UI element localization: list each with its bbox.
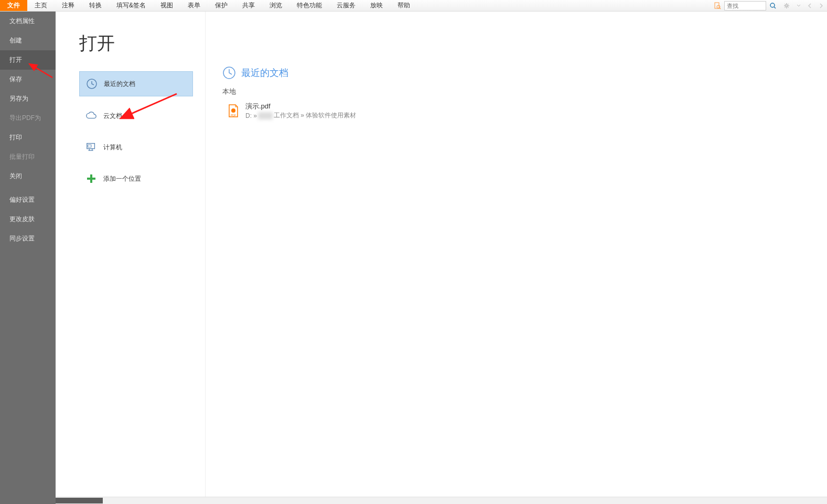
menu-tab-label: 填写&签名 xyxy=(116,1,146,10)
menu-tab-label: 放映 xyxy=(370,1,383,10)
svg-text:PDF: PDF xyxy=(231,114,236,117)
nav-next-icon[interactable] xyxy=(815,0,827,11)
file-meta: 演示.pdf D: » xxxx 工作文档 » 体验软件使用素材 xyxy=(245,102,356,120)
open-panel-title: 打开 xyxy=(56,22,205,71)
menu-tab-file[interactable]: 文件 xyxy=(0,0,27,11)
settings-gear-icon[interactable] xyxy=(780,0,793,11)
source-computer[interactable]: 计算机 xyxy=(79,135,193,159)
pdf-file-icon: PDF xyxy=(228,104,239,118)
sidebar-item-label: 导出PDF为 xyxy=(9,114,41,122)
menu-tab-fillsign[interactable]: 填写&签名 xyxy=(109,0,153,11)
source-recent[interactable]: 最近的文档 xyxy=(79,71,193,96)
sidebar-item-batchprint: 批量打印 xyxy=(0,147,56,167)
find-page-icon[interactable] xyxy=(711,0,724,11)
menu-tab-form[interactable]: 表单 xyxy=(180,0,208,11)
plus-icon xyxy=(85,173,97,184)
menu-tab-label: 注释 xyxy=(62,1,74,10)
sidebar-item-label: 打印 xyxy=(9,134,22,141)
source-label: 最近的文档 xyxy=(104,80,135,89)
menubar: 文件 主页 注释 转换 填写&签名 视图 表单 保护 共享 浏览 特色功能 云服… xyxy=(0,0,827,12)
file-path-prefix: D: » xyxy=(245,112,257,119)
sidebar-item-label: 文档属性 xyxy=(9,17,35,25)
computer-icon xyxy=(85,141,97,153)
sidebar-item-label: 偏好设置 xyxy=(9,196,35,203)
sidebar-item-close[interactable]: 关闭 xyxy=(0,167,56,186)
menu-tab-convert[interactable]: 转换 xyxy=(82,0,109,11)
menu-tab-label: 浏览 xyxy=(270,1,282,10)
app-body: 文档属性 创建 打开 保存 另存为 导出PDF为 打印 批量打印 关闭 偏好设置… xyxy=(0,12,827,504)
sidebar-item-skin[interactable]: 更改皮肤 xyxy=(0,210,56,229)
open-panel: 打开 最近的文档 云文档 xyxy=(56,12,205,504)
svg-line-2 xyxy=(719,8,721,9)
horizontal-scrollbar[interactable] xyxy=(56,497,827,504)
menu-tab-label: 云服务 xyxy=(337,1,356,10)
menu-tab-label: 主页 xyxy=(35,1,47,10)
sidebar-item-label: 同步设置 xyxy=(9,235,35,242)
scroll-thumb[interactable] xyxy=(56,498,103,503)
menu-tab-home[interactable]: 主页 xyxy=(27,0,55,11)
menu-tab-help[interactable]: 帮助 xyxy=(390,0,417,11)
sidebar-gap xyxy=(0,186,56,190)
menu-tab-share[interactable]: 共享 xyxy=(235,0,262,11)
source-label: 计算机 xyxy=(103,143,122,152)
cloud-icon xyxy=(85,110,97,122)
sidebar-item-label: 打开 xyxy=(9,56,22,63)
file-path-redacted: xxxx xyxy=(258,112,273,119)
file-name: 演示.pdf xyxy=(245,102,356,111)
menu-tab-label: 视图 xyxy=(160,1,173,10)
sidebar-item-label: 关闭 xyxy=(9,172,22,180)
search-go-icon[interactable] xyxy=(766,0,780,11)
sidebar-item-label: 保存 xyxy=(9,75,22,83)
clock-icon xyxy=(86,78,98,90)
menu-tab-label: 特色功能 xyxy=(297,1,322,10)
sidebar-item-label: 创建 xyxy=(9,37,22,44)
menu-tab-label: 保护 xyxy=(215,1,228,10)
menubar-spacer xyxy=(417,0,711,11)
menu-tab-view[interactable]: 视图 xyxy=(153,0,180,11)
recent-content: 最近的文档 本地 PDF 演示.pdf D: » xxxx 工作文档 » 体验软… xyxy=(205,12,827,504)
nav-prev-icon[interactable] xyxy=(804,0,815,11)
source-label: 云文档 xyxy=(103,112,122,120)
sidebar-item-save[interactable]: 保存 xyxy=(0,70,56,89)
sidebar-item-sync[interactable]: 同步设置 xyxy=(0,229,56,248)
sidebar-item-preferences[interactable]: 偏好设置 xyxy=(0,190,56,210)
section-local-label: 本地 xyxy=(206,87,827,100)
menu-tab-label: 文件 xyxy=(7,1,20,10)
sidebar-item-label: 更改皮肤 xyxy=(9,215,35,223)
sidebar-item-saveas[interactable]: 另存为 xyxy=(0,89,56,108)
menu-tab-label: 表单 xyxy=(188,1,200,10)
file-path: D: » xxxx 工作文档 » 体验软件使用素材 xyxy=(245,111,356,120)
menu-tab-label: 共享 xyxy=(242,1,255,10)
chevron-down-icon[interactable] xyxy=(793,0,804,11)
menu-tab-annotate[interactable]: 注释 xyxy=(55,0,82,11)
scroll-track xyxy=(56,497,827,504)
svg-point-3 xyxy=(770,3,775,7)
menu-tab-cloud[interactable]: 云服务 xyxy=(329,0,363,11)
menu-tab-protect[interactable]: 保护 xyxy=(208,0,235,11)
svg-line-4 xyxy=(774,7,776,8)
source-add-location[interactable]: 添加一个位置 xyxy=(79,167,193,191)
app-window: 文件 主页 注释 转换 填写&签名 视图 表单 保护 共享 浏览 特色功能 云服… xyxy=(0,0,827,504)
sidebar-item-docprops[interactable]: 文档属性 xyxy=(0,12,56,31)
menu-tab-label: 转换 xyxy=(89,1,102,10)
svg-point-11 xyxy=(231,108,235,113)
source-label: 添加一个位置 xyxy=(103,174,141,183)
sidebar-item-print[interactable]: 打印 xyxy=(0,128,56,147)
source-cloud[interactable]: 云文档 xyxy=(79,104,193,128)
menu-tab-slideshow[interactable]: 放映 xyxy=(363,0,390,11)
sidebar-item-open[interactable]: 打开 xyxy=(0,50,56,70)
search-input[interactable] xyxy=(724,1,766,10)
sidebar-item-exportpdf: 导出PDF为 xyxy=(0,108,56,128)
sidebar-item-label: 批量打印 xyxy=(9,153,35,160)
menu-tab-browse[interactable]: 浏览 xyxy=(262,0,289,11)
sidebar-item-create[interactable]: 创建 xyxy=(0,31,56,50)
file-sidebar: 文档属性 创建 打开 保存 另存为 导出PDF为 打印 批量打印 关闭 偏好设置… xyxy=(0,12,56,504)
sidebar-item-label: 另存为 xyxy=(9,95,28,102)
recent-header: 最近的文档 xyxy=(206,27,827,87)
file-path-suffix: 工作文档 » 体验软件使用素材 xyxy=(274,111,356,120)
open-source-list: 最近的文档 云文档 计算机 xyxy=(56,71,205,191)
recent-file-row[interactable]: PDF 演示.pdf D: » xxxx 工作文档 » 体验软件使用素材 xyxy=(206,100,827,122)
svg-point-5 xyxy=(786,5,788,7)
menu-tab-features[interactable]: 特色功能 xyxy=(289,0,329,11)
clock-icon xyxy=(222,66,236,80)
